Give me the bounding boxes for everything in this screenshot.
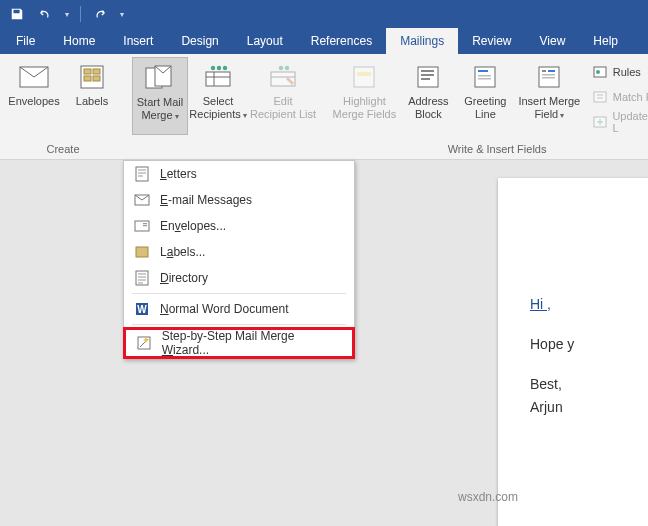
svg-rect-41 <box>143 225 147 226</box>
update-labels-label: Update L <box>612 110 648 134</box>
svg-rect-40 <box>143 223 147 224</box>
group-create: Envelopes Labels Create <box>0 54 126 159</box>
menu-directory[interactable]: Directory <box>124 265 354 291</box>
menu-labels[interactable]: Labels... <box>124 239 354 265</box>
envelope-icon <box>18 61 50 93</box>
tab-help[interactable]: Help <box>579 28 632 54</box>
menu-envelopes[interactable]: Envelopes... <box>124 213 354 239</box>
menu-letters-label: Letters <box>160 167 197 181</box>
start-mm-label2: Merge <box>141 109 172 121</box>
labels-label: Labels <box>76 95 108 108</box>
doc-body: Hope y <box>530 333 648 357</box>
highlight-fields-button[interactable]: Highlight Merge Fields <box>330 57 399 135</box>
labels-icon <box>76 61 108 93</box>
svg-rect-23 <box>421 78 430 80</box>
match-fields-button[interactable]: Match Fi <box>588 86 648 108</box>
group-create-label: Create <box>46 140 79 159</box>
menu-email[interactable]: E-mail Messages <box>124 187 354 213</box>
undo-icon[interactable] <box>34 3 56 25</box>
svg-rect-35 <box>594 92 606 102</box>
wizard-icon <box>136 335 152 351</box>
doc-signoff: Best, <box>530 373 648 397</box>
tab-file[interactable]: File <box>2 28 49 54</box>
redo-icon[interactable] <box>89 3 111 25</box>
ribbon: Envelopes Labels Create Start Mail Merge… <box>0 54 648 160</box>
svg-point-11 <box>211 66 215 70</box>
menu-letters[interactable]: Letters <box>124 161 354 187</box>
greeting-line-button[interactable]: Greeting Line <box>458 57 513 135</box>
menu-directory-label: Directory <box>160 271 208 285</box>
watermark: wsxdn.com <box>458 490 518 504</box>
envelope-icon <box>134 218 150 234</box>
highlight-icon <box>348 61 380 93</box>
svg-rect-31 <box>542 74 555 76</box>
svg-rect-8 <box>206 72 230 86</box>
greeting-label1: Greeting <box>464 95 506 108</box>
tab-mailings[interactable]: Mailings <box>386 28 458 54</box>
mail-merge-icon <box>144 62 176 94</box>
tab-view[interactable]: View <box>526 28 580 54</box>
edit-list-icon <box>267 61 299 93</box>
rules-label: Rules <box>613 66 641 78</box>
start-mm-label1: Start Mail <box>137 96 183 109</box>
envelopes-button[interactable]: Envelopes <box>6 57 62 135</box>
menu-normal-label: Normal Word Document <box>160 302 289 316</box>
update-labels-button[interactable]: Update L <box>588 111 648 133</box>
insert-merge-field-button[interactable]: Insert Merge Field▾ <box>515 57 584 135</box>
svg-rect-3 <box>93 69 100 74</box>
match-fields-label: Match Fi <box>613 91 648 103</box>
rules-button[interactable]: Rules▾ <box>588 61 648 83</box>
quick-access-toolbar: ▾ ▾ <box>0 0 648 28</box>
svg-rect-26 <box>478 75 491 77</box>
svg-rect-4 <box>84 76 91 81</box>
save-icon[interactable] <box>6 3 28 25</box>
svg-rect-29 <box>542 70 546 72</box>
start-mail-merge-menu: Letters E-mail Messages Envelopes... Lab… <box>123 160 355 359</box>
ribbon-tabs: File Home Insert Design Layout Reference… <box>0 28 648 54</box>
svg-point-12 <box>217 66 221 70</box>
menu-separator <box>132 293 346 294</box>
qat-customize-caret-icon[interactable]: ▾ <box>117 3 127 25</box>
svg-rect-37 <box>136 167 148 181</box>
document-page[interactable]: Hi , Hope y Best, Arjun <box>498 178 648 526</box>
svg-rect-7 <box>155 66 171 86</box>
tab-design[interactable]: Design <box>167 28 232 54</box>
svg-rect-30 <box>548 70 555 72</box>
insert-field-icon <box>533 61 565 93</box>
menu-separator <box>132 324 346 325</box>
address-block-button[interactable]: Address Block <box>401 57 456 135</box>
address-label2: Block <box>415 108 442 121</box>
address-block-icon <box>412 61 444 93</box>
tab-references[interactable]: References <box>297 28 386 54</box>
edit-recipient-list-button[interactable]: Edit Recipient List <box>248 57 318 135</box>
svg-rect-18 <box>354 67 374 87</box>
insert-field-label1: Insert Merge <box>518 95 580 108</box>
qat-separator <box>80 6 81 22</box>
chevron-down-icon: ▾ <box>175 112 179 121</box>
svg-point-17 <box>285 66 289 70</box>
start-mail-merge-button[interactable]: Start Mail Merge▾ <box>132 57 188 135</box>
word-icon: W <box>134 301 150 317</box>
select-recip-label2: Recipients <box>189 108 240 120</box>
menu-wizard[interactable]: Step-by-Step Mail Merge Wizard... <box>126 330 352 356</box>
svg-point-34 <box>596 70 600 74</box>
letter-icon <box>134 166 150 182</box>
edit-recip-label1: Edit <box>274 95 293 108</box>
chevron-down-icon: ▾ <box>243 111 247 120</box>
update-labels-icon <box>592 114 608 130</box>
svg-rect-19 <box>357 72 371 76</box>
tab-home[interactable]: Home <box>49 28 109 54</box>
svg-rect-25 <box>478 70 488 72</box>
tab-layout[interactable]: Layout <box>233 28 297 54</box>
labels-button[interactable]: Labels <box>64 57 120 135</box>
tab-review[interactable]: Review <box>458 28 525 54</box>
label-icon <box>134 244 150 260</box>
envelopes-label: Envelopes <box>8 95 59 108</box>
select-recipients-button[interactable]: Select Recipients▾ <box>190 57 246 135</box>
menu-normal-doc[interactable]: W Normal Word Document <box>124 296 354 322</box>
email-icon <box>134 192 150 208</box>
menu-wizard-label: Step-by-Step Mail Merge Wizard... <box>162 329 342 357</box>
match-fields-icon <box>592 89 608 105</box>
undo-caret-icon[interactable]: ▾ <box>62 3 72 25</box>
tab-insert[interactable]: Insert <box>109 28 167 54</box>
